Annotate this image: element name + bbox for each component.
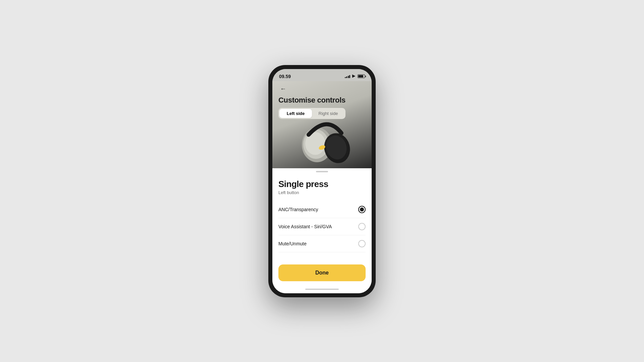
page-title: Customise controls (278, 96, 366, 105)
signal-bar-2 (346, 76, 347, 78)
status-bar: 09.59 ⯈ (272, 69, 372, 81)
drag-indicator (272, 168, 372, 174)
option-anc-label: ANC/Transparency (278, 207, 318, 212)
back-button[interactable]: ← (278, 84, 288, 94)
home-pill (305, 289, 339, 290)
option-mute-label: Mute/Unmute (278, 241, 307, 246)
status-icons: ⯈ (345, 74, 365, 79)
radio-anc[interactable] (358, 206, 366, 213)
section-subtitle: Left button (278, 190, 366, 195)
radio-anc-fill (360, 207, 364, 212)
option-anc[interactable]: ANC/Transparency (278, 201, 366, 218)
option-mute[interactable]: Mute/Unmute (278, 235, 366, 252)
battery-fill (358, 75, 363, 77)
phone-screen: 09.59 ⯈ ← Customise c (272, 69, 372, 293)
signal-bar-1 (345, 77, 346, 78)
radio-mute[interactable] (358, 240, 366, 247)
image-area: ← Customise controls Left side Right sid… (272, 81, 372, 168)
home-indicator (272, 287, 372, 293)
status-time: 09.59 (279, 74, 291, 79)
content-area: Single press Left button ANC/Transparenc… (272, 174, 372, 287)
signal-bars-icon (345, 74, 351, 78)
option-voice[interactable]: Voice Assistant - Siri/GVA (278, 218, 366, 235)
headphone-image (292, 108, 352, 168)
options-list: ANC/Transparency Voice Assistant - Siri/… (278, 201, 366, 260)
signal-bar-4 (349, 75, 350, 78)
section-title: Single press (278, 179, 366, 189)
back-arrow-icon: ← (280, 85, 286, 93)
phone-frame: 09.59 ⯈ ← Customise c (268, 65, 376, 297)
battery-icon (358, 74, 365, 78)
done-button[interactable]: Done (278, 264, 366, 281)
radio-voice[interactable] (358, 223, 366, 230)
headphone-svg (292, 108, 352, 168)
signal-bar-3 (348, 76, 349, 78)
drag-pill (316, 171, 328, 172)
wifi-icon: ⯈ (352, 74, 356, 79)
option-voice-label: Voice Assistant - Siri/GVA (278, 224, 332, 229)
